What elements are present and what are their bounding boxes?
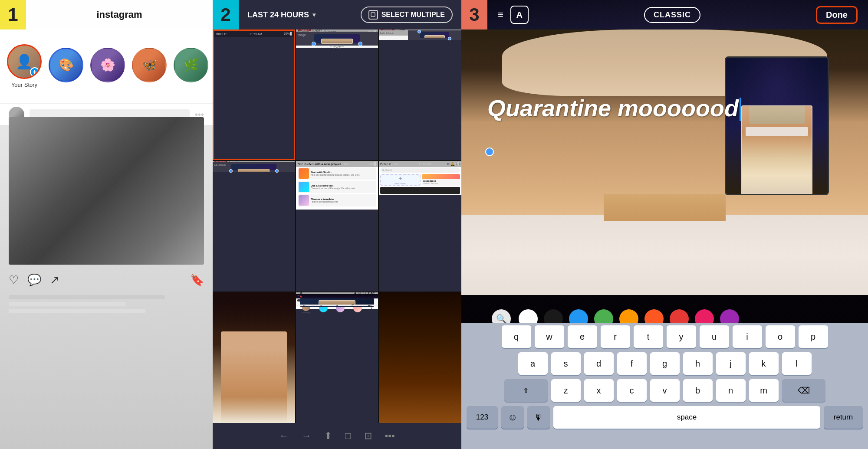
key-h[interactable]: h: [683, 352, 713, 375]
key-o[interactable]: o: [766, 325, 795, 348]
key-d[interactable]: d: [584, 352, 614, 375]
key-u[interactable]: u: [700, 325, 729, 348]
comment-icon[interactable]: 💬: [27, 273, 41, 287]
key-k[interactable]: k: [749, 352, 779, 375]
key-f[interactable]: f: [617, 352, 647, 375]
screenshot-cell-4[interactable]: Mint LTE11:73 AM70%▊ Publish ⬆ UploadTy …: [213, 161, 295, 292]
story-item-4[interactable]: 🦋: [132, 48, 167, 85]
story-item-2[interactable]: 🎨: [49, 48, 83, 85]
svg-rect-0: [371, 13, 375, 16]
story-text[interactable]: Quarantine mooooood: [487, 95, 739, 121]
last24-button[interactable]: LAST 24 HOURS ▾: [247, 10, 316, 20]
key-m[interactable]: m: [749, 379, 779, 402]
panel-3: 3 ≡ A CLASSIC Done: [461, 0, 868, 449]
panel-1: 1 instagram 👤 + Your Story 🎨 🌸: [0, 0, 213, 449]
keyboard: q w e r t y u i o p a s d f g h j k l ⇧ …: [461, 323, 868, 449]
screenshot-cell-5[interactable]: kapwing.com11:91 AM76%▊ Get started with…: [296, 161, 378, 292]
screenshot-cell-2[interactable]: Mint LTE11:57 AM76%▊ Publish Share ⬆ Upl…: [296, 29, 378, 160]
key-b[interactable]: b: [683, 379, 713, 402]
classic-button[interactable]: CLASSIC: [644, 7, 700, 23]
screenshot-cell-3[interactable]: Mint LTE11:15 AM76%▊ Publish Share Edit …: [379, 29, 461, 160]
story-item-3[interactable]: 🌸: [90, 48, 125, 85]
add-story-icon[interactable]: +: [30, 67, 39, 77]
heart-icon[interactable]: ♡: [9, 273, 19, 287]
return-key[interactable]: return: [824, 406, 863, 429]
feed-area: ••• ♡ 💬 ↗ 🔖: [0, 104, 213, 449]
key-p[interactable]: p: [799, 325, 828, 348]
key-j[interactable]: j: [716, 352, 746, 375]
delete-key[interactable]: ⌫: [782, 379, 825, 402]
key-l[interactable]: l: [782, 352, 812, 375]
panel-2: 2 LAST 24 HOURS ▾ SELECT MULTIPLE Mint L…: [213, 0, 461, 449]
panel-1-title: instagram: [96, 9, 142, 20]
panel-3-number: 3: [461, 0, 487, 29]
key-r[interactable]: r: [601, 325, 630, 348]
key-s[interactable]: s: [551, 352, 581, 375]
status-bar-5: kapwing.com11:91 AM76%▊: [296, 161, 378, 167]
key-x[interactable]: x: [584, 379, 614, 402]
key-a[interactable]: a: [518, 352, 548, 375]
forward-icon[interactable]: →: [302, 430, 311, 442]
font-icon-label: A: [516, 10, 523, 20]
numbers-key[interactable]: 123: [467, 406, 498, 429]
panel-2-toolbar: LAST 24 HOURS ▾ SELECT MULTIPLE: [239, 0, 461, 29]
inset-photo-card: [725, 56, 829, 195]
more-bottom-icon[interactable]: •••: [385, 430, 395, 442]
share-bottom-icon[interactable]: ⬆: [324, 430, 332, 442]
panel-3-header: ≡ A CLASSIC Done: [487, 0, 868, 29]
bookmark-icon[interactable]: 🔖: [190, 273, 204, 287]
feed-post-image: [9, 117, 204, 265]
hamburger-icon[interactable]: ≡: [498, 9, 503, 20]
screenshot-cell-6[interactable]: kapwing.com11:15 AM76%▊ Peter ∨ ⚙ 🔔 ➕ 🔍 …: [379, 161, 461, 292]
key-v[interactable]: v: [650, 379, 680, 402]
tabs-icon[interactable]: ⊡: [364, 430, 372, 442]
back-icon[interactable]: ←: [279, 430, 289, 442]
keyboard-row-4: 123 ☺ 🎙 space return: [461, 404, 868, 431]
story-item-5[interactable]: 🌿: [174, 48, 208, 85]
key-q[interactable]: q: [502, 325, 531, 348]
select-multiple-label: SELECT MULTIPLE: [381, 11, 445, 19]
your-story-label: Your Story: [11, 82, 37, 88]
done-button[interactable]: Done: [816, 6, 858, 24]
chevron-down-icon: ▾: [312, 11, 316, 18]
space-key[interactable]: space: [553, 406, 820, 429]
screenshot-cell-8[interactable]: Mint LTE11:10 AM64%▊ ✕ ⬇ ☺ 🎵 ⌖ Aa ☰ 🔖: [296, 292, 378, 423]
select-multiple-button[interactable]: SELECT MULTIPLE: [361, 7, 453, 23]
screenshot-cell-7[interactable]: [213, 292, 295, 423]
screenshot-cell-9[interactable]: [379, 292, 461, 423]
key-t[interactable]: t: [634, 325, 663, 348]
status-bar-1: Mint LTE11:73 AM70%▊: [214, 31, 294, 37]
panel-2-bottom-bar: ← → ⬆ □ ⊡ •••: [213, 423, 461, 449]
keyboard-row-3: ⇧ z x c v b n m ⌫: [461, 377, 868, 404]
feed-actions-row: ♡ 💬 ↗ 🔖: [9, 269, 204, 291]
emoji-key[interactable]: ☺: [501, 406, 524, 429]
panel-2-number: 2: [213, 0, 239, 29]
share-icon[interactable]: ↗: [50, 273, 59, 287]
key-i[interactable]: i: [733, 325, 762, 348]
status-bar-6: kapwing.com11:15 AM76%▊: [379, 161, 461, 167]
text-overlay: Quarantine mooooood: [487, 95, 842, 121]
key-z[interactable]: z: [551, 379, 581, 402]
select-multiple-icon: [368, 10, 378, 20]
key-n[interactable]: n: [716, 379, 746, 402]
key-e[interactable]: e: [568, 325, 597, 348]
screenshot-cell-1[interactable]: Mint LTE11:73 AM70%▊: [213, 29, 295, 160]
key-g[interactable]: g: [650, 352, 680, 375]
panel-1-number: 1: [0, 0, 26, 29]
keyboard-row-2: a s d f g h j k l: [461, 350, 868, 377]
text-cursor: [740, 98, 741, 121]
story-your-story[interactable]: 👤 + Your Story: [7, 44, 42, 88]
last24-label: LAST 24 HOURS: [247, 10, 309, 20]
header-left-controls: ≡ A: [498, 6, 529, 24]
keyboard-row-1: q w e r t y u i o p: [461, 323, 868, 350]
key-y[interactable]: y: [667, 325, 696, 348]
shift-key[interactable]: ⇧: [504, 379, 548, 402]
font-type-icon[interactable]: A: [510, 6, 529, 24]
bookmark-bottom-icon[interactable]: □: [345, 430, 351, 442]
selection-handle[interactable]: [485, 147, 494, 156]
key-c[interactable]: c: [617, 379, 647, 402]
key-w[interactable]: w: [535, 325, 564, 348]
feed-caption: [9, 295, 204, 313]
mic-key[interactable]: 🎙: [527, 406, 550, 429]
panel-1-header: instagram: [0, 0, 213, 29]
